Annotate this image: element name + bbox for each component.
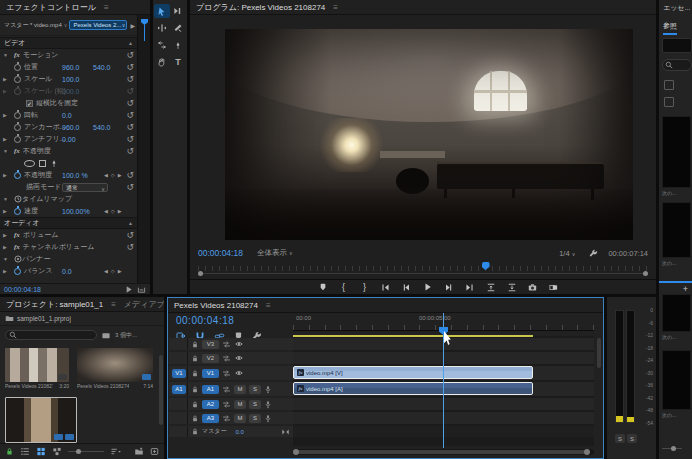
voiceover-mic-icon[interactable] [264,400,272,409]
param-value[interactable]: 0.00 [62,136,76,143]
track-select-V3[interactable]: V3 [202,340,219,349]
scrollbar-right-handle[interactable] [584,449,590,455]
stopwatch-icon[interactable] [14,76,21,83]
twirl-icon[interactable]: ▶ [3,244,9,250]
thumbnail-zoom-slider[interactable] [68,451,104,452]
param-value[interactable]: 0.0 [62,112,72,119]
step-back-button[interactable] [400,282,414,293]
play-around-icon[interactable] [124,285,133,294]
timeline-horizontal-scrollbar[interactable] [293,449,594,455]
effect-section-0[interactable]: ビデオ▲ [0,37,137,49]
param-value[interactable]: 100.0 [62,88,80,95]
scrollbar-left-handle[interactable] [293,449,299,455]
eg-filter-dropdown[interactable] [662,38,692,53]
param-value[interactable]: 0.0 [62,268,72,275]
collapse-icon[interactable]: ▲ [128,40,133,46]
track-select-A1[interactable]: A1 [202,385,219,394]
sort-icon[interactable] [110,447,122,456]
settings-wrench-icon[interactable] [589,249,598,258]
new-item-icon[interactable] [150,447,159,456]
tab-program-monitor[interactable]: プログラム: Pexels Videos 2108274 [196,2,325,13]
export-frame-button[interactable] [526,282,540,293]
freeform-view-icon[interactable] [52,447,62,456]
track-lock-icon[interactable] [191,427,199,436]
eg-search-input[interactable] [662,59,692,71]
mute-button[interactable]: M [234,385,246,394]
fx-badge-icon[interactable]: fx [14,231,20,239]
project-vertical-scrollbar[interactable] [159,355,163,425]
next-keyframe-icon[interactable]: ▶ [118,208,122,214]
panel-menu-icon[interactable]: ≡ [266,301,271,310]
fx-badge-icon[interactable]: fx [14,243,20,251]
add-icon[interactable]: + [683,284,688,294]
reset-parameter-icon[interactable]: ↺ [126,171,134,179]
project-item-name[interactable]: Pexels Videos 2108274 [77,383,129,389]
twirl-icon[interactable]: ▼ [3,52,9,58]
stopwatch-icon[interactable] [14,136,21,143]
param-value[interactable]: 540.0 [93,124,111,131]
mark-out-button[interactable]: } [358,282,372,293]
scrollbar-thumb[interactable] [295,450,588,454]
uniform-scale-checkbox[interactable]: ✓ [26,100,33,107]
twirl-icon[interactable]: ▶ [3,76,9,82]
prev-keyframe-icon[interactable]: ◀ [104,268,108,274]
solo-left-button[interactable]: S [615,434,625,443]
prev-keyframe-icon[interactable]: ◀ [104,208,108,214]
reset-parameter-icon[interactable]: ↺ [126,147,134,155]
tool-ripple-edit[interactable] [154,21,170,35]
tab-browse[interactable]: 参照 [663,21,677,35]
zoom-slider-handle[interactable] [76,449,81,454]
track-select-A3[interactable]: A3 [202,414,219,423]
solo-button[interactable]: S [249,400,261,409]
program-zoom-scrollbar[interactable] [198,271,648,276]
eg-list-item-icon[interactable] [664,97,674,107]
eg-template-thumb[interactable] [662,294,691,332]
eg-template-thumb[interactable] [662,116,691,188]
eg-template-thumb[interactable] [662,202,691,258]
clip-selector-dropdown[interactable]: Pexels Videos 2... [69,20,127,30]
track-lock-icon[interactable] [191,414,199,423]
create-search-bin-icon[interactable] [101,331,111,340]
next-keyframe-icon[interactable]: ▶ [118,268,122,274]
param-value[interactable]: 960.0 [62,64,80,71]
program-playhead[interactable] [482,262,490,270]
tool-razor[interactable] [170,21,186,35]
sync-lock-icon[interactable] [222,400,231,409]
playback-resolution-dropdown[interactable]: 1/4 ∨ [559,249,575,258]
stopwatch-icon[interactable] [14,112,21,119]
track-output-eye-icon[interactable] [234,354,244,362]
toggle-effects-icon[interactable] [137,285,146,294]
tab-sequence[interactable]: Pexels Videos 2108274 [174,301,258,310]
twirl-icon[interactable]: ▶ [3,112,9,118]
stopwatch-icon[interactable] [14,124,21,131]
go-to-in-button[interactable] [379,282,393,293]
sync-lock-icon[interactable] [222,369,231,378]
source-patch-cell[interactable] [171,398,188,410]
mute-button[interactable]: M [234,414,246,423]
opacity-ellipse-mask-icon[interactable] [24,160,35,167]
twirl-icon[interactable]: ▶ [3,172,9,178]
stopwatch-icon[interactable] [14,64,21,71]
timeline-playhead[interactable] [439,327,448,335]
sync-lock-icon[interactable] [222,354,231,363]
twirl-icon[interactable]: ▼ [3,196,9,202]
list-view-icon[interactable] [20,447,30,456]
sync-lock-icon[interactable] [222,414,231,423]
project-item-tile[interactable]: Pexels Videos 21082747:14 [77,348,153,389]
panel-menu-icon[interactable]: ≡ [111,300,116,309]
program-timecode[interactable]: 00:00:04:18 [198,248,243,258]
opacity-pen-mask-icon[interactable] [50,159,58,168]
eg-template-thumb[interactable] [662,350,691,410]
track-lock-icon[interactable] [191,340,199,349]
param-value[interactable]: 540.0 [93,64,111,71]
source-patch-cell[interactable]: V1 [171,366,188,380]
tab-effect-controls[interactable]: エフェクトコントロール [6,2,96,13]
source-patch-V1[interactable]: V1 [172,369,186,378]
track-select-V1[interactable]: V1 [202,369,219,378]
effect-controls-mini-timeline[interactable] [137,15,150,283]
tool-type[interactable]: T [170,55,186,69]
twirl-icon[interactable]: ▼ [3,256,9,262]
source-patch-cell[interactable] [171,412,188,424]
project-item-tile[interactable]: Pexels Videos 210827...3:20 [5,348,69,389]
icon-view-icon[interactable] [36,447,46,456]
